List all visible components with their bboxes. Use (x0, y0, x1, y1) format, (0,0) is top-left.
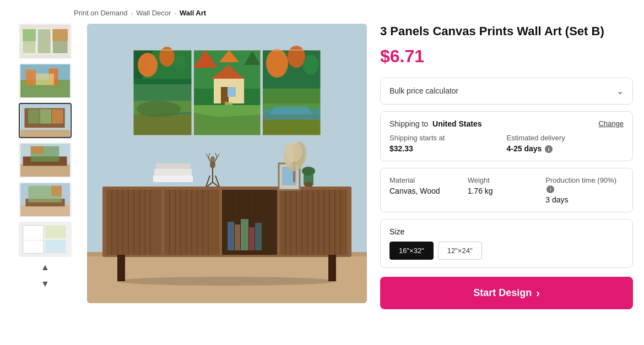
breadcrumb-wall-decor[interactable]: Wall Decor (136, 9, 171, 17)
product-panel: 3 Panels Canvas Prints Wall Art (Set B) … (380, 24, 633, 309)
svg-point-150 (117, 277, 337, 286)
svg-rect-12 (20, 130, 70, 137)
svg-rect-126 (156, 163, 190, 169)
start-design-arrow-icon: › (536, 287, 540, 299)
change-country-link[interactable]: Change (598, 119, 624, 128)
estimated-delivery-value: 4-25 days i (507, 144, 624, 154)
shipping-starts-label: Shipping starts at (389, 134, 507, 142)
price-value: $6.71 (380, 46, 424, 66)
weight-value: 1.76 kg (468, 187, 546, 195)
thumbnail-2[interactable] (19, 63, 72, 98)
start-design-label: Start Design (473, 287, 532, 299)
bulk-calc-dropdown[interactable]: Bulk price calculator ⌄ (381, 78, 632, 104)
material-label: Material (389, 176, 468, 184)
svg-rect-29 (45, 226, 66, 238)
size-card: Size 16"×32" 12"×24" (380, 219, 633, 268)
svg-rect-118 (235, 224, 240, 250)
svg-rect-26 (51, 186, 62, 196)
svg-rect-4 (23, 29, 36, 42)
svg-rect-122 (117, 255, 125, 281)
size-options: 16"×32" 12"×24" (389, 242, 624, 260)
size-label: Size (389, 227, 624, 236)
svg-rect-80 (280, 190, 347, 255)
svg-rect-125 (154, 169, 192, 176)
svg-point-40 (159, 47, 175, 67)
material-value: Canvas, Wood (389, 187, 468, 195)
specs-row: Material Canvas, Wood Weight 1.76 kg Pro… (389, 176, 624, 204)
svg-rect-117 (228, 222, 234, 250)
svg-point-134 (210, 161, 215, 168)
thumb-nav-up[interactable]: ▲ (41, 261, 50, 273)
main-product-image (87, 24, 367, 303)
svg-rect-10 (36, 74, 54, 85)
svg-marker-70 (269, 106, 313, 114)
production-info-icon[interactable]: i (546, 185, 554, 193)
delivery-info-icon[interactable]: i (545, 145, 553, 153)
svg-point-143 (302, 167, 315, 176)
breadcrumb-wall-art[interactable]: Wall Art (180, 9, 206, 17)
thumbnail-3[interactable] (19, 103, 72, 138)
svg-point-135 (210, 156, 215, 162)
shipping-card: Shipping to United States Change Shippin… (380, 111, 633, 162)
svg-rect-120 (249, 227, 255, 250)
svg-point-65 (303, 55, 318, 75)
svg-rect-8 (25, 69, 36, 85)
svg-rect-15 (40, 109, 52, 123)
thumbnail-5[interactable] (19, 182, 72, 217)
breadcrumb: Print on Demand › Wall Decor › Wall Art (0, 0, 644, 24)
svg-rect-14 (28, 109, 40, 123)
svg-rect-119 (241, 219, 248, 250)
product-price: $6.71 (380, 46, 633, 67)
svg-rect-2 (37, 29, 51, 54)
size-option-16x32[interactable]: 16"×32" (389, 242, 434, 260)
thumb-nav-down[interactable]: ▼ (41, 278, 50, 290)
svg-point-63 (266, 49, 288, 78)
specs-card: Material Canvas, Wood Weight 1.76 kg Pro… (380, 168, 633, 212)
start-design-button[interactable]: Start Design › (380, 277, 633, 309)
shipping-header: Shipping to United States Change (389, 119, 624, 128)
svg-rect-21 (31, 146, 44, 154)
svg-rect-5 (52, 29, 68, 42)
svg-rect-23 (20, 205, 70, 216)
svg-point-41 (174, 54, 187, 72)
svg-rect-123 (328, 255, 336, 281)
svg-rect-16 (52, 109, 63, 123)
bulk-price-card: Bulk price calculator ⌄ (380, 78, 633, 105)
thumbnail-column: ▲ ▼ (17, 24, 74, 309)
thumbnail-1[interactable] (19, 24, 72, 59)
svg-rect-54 (221, 87, 229, 103)
svg-point-64 (288, 46, 305, 68)
svg-rect-44 (133, 114, 192, 135)
svg-rect-144 (305, 182, 312, 187)
bulk-calc-label: Bulk price calculator (389, 86, 458, 95)
breadcrumb-sep-2: › (174, 10, 176, 17)
svg-rect-18 (20, 165, 70, 177)
breadcrumb-sep-1: › (131, 10, 133, 17)
weight-col: Weight 1.76 kg (468, 176, 546, 204)
main-layout: ▲ ▼ (0, 24, 644, 309)
thumbnail-4[interactable] (19, 143, 72, 178)
breadcrumb-print-on-demand[interactable]: Print on Demand (74, 9, 128, 17)
estimated-delivery-label: Estimated delivery (507, 134, 624, 142)
svg-rect-124 (153, 176, 193, 182)
svg-rect-30 (45, 240, 66, 253)
svg-point-149 (286, 142, 302, 162)
size-option-12x24[interactable]: 12"×24" (438, 242, 482, 260)
production-col: Production time (90%) i 3 days (545, 176, 624, 204)
shipping-details: Shipping starts at $32.33 Estimated deli… (389, 134, 624, 154)
svg-rect-121 (255, 223, 262, 250)
material-col: Material Canvas, Wood (389, 176, 468, 204)
svg-rect-28 (23, 226, 44, 254)
thumbnail-6[interactable] (19, 222, 72, 257)
svg-rect-55 (228, 87, 236, 97)
production-value: 3 days (545, 195, 624, 204)
shipping-starts-value: $32.33 (389, 144, 507, 153)
svg-point-45 (137, 101, 181, 117)
svg-point-39 (138, 53, 158, 77)
shipping-to-label: Shipping to (389, 119, 428, 128)
shipping-country: United States (432, 119, 481, 128)
chevron-down-icon: ⌄ (616, 86, 624, 96)
product-title: 3 Panels Canvas Prints Wall Art (Set B) (380, 24, 633, 40)
production-label: Production time (90%) i (545, 176, 624, 193)
shipping-delivery-col: Estimated delivery 4-25 days i (507, 134, 624, 154)
